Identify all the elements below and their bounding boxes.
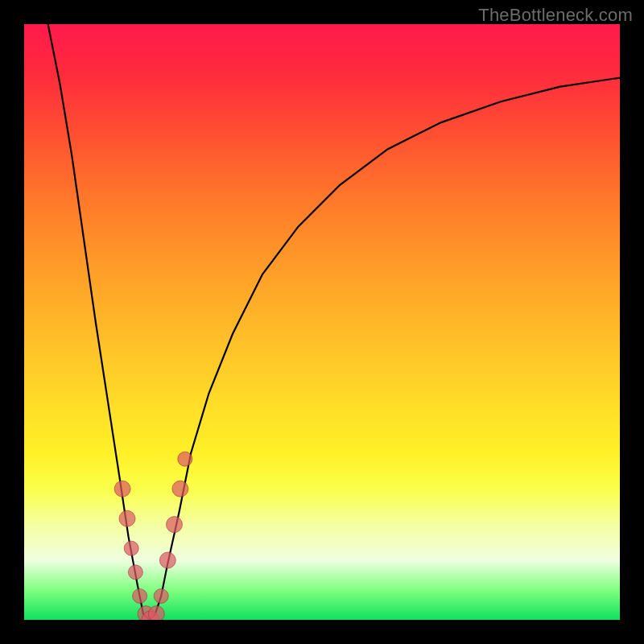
data-marker xyxy=(148,606,164,620)
marker-group xyxy=(114,452,192,620)
data-marker xyxy=(178,452,192,466)
data-marker xyxy=(119,510,135,526)
plot-area xyxy=(24,24,620,620)
data-marker xyxy=(133,588,147,603)
data-marker xyxy=(124,541,138,555)
data-marker xyxy=(159,552,175,568)
chart-frame: TheBottleneck.com xyxy=(0,0,644,644)
data-marker xyxy=(114,481,130,497)
data-marker xyxy=(167,517,183,533)
data-marker xyxy=(172,481,188,497)
data-marker xyxy=(154,588,168,603)
data-marker xyxy=(128,565,142,580)
watermark-text: TheBottleneck.com xyxy=(478,5,633,26)
chart-svg xyxy=(24,24,620,620)
bottleneck-curve xyxy=(48,24,620,620)
